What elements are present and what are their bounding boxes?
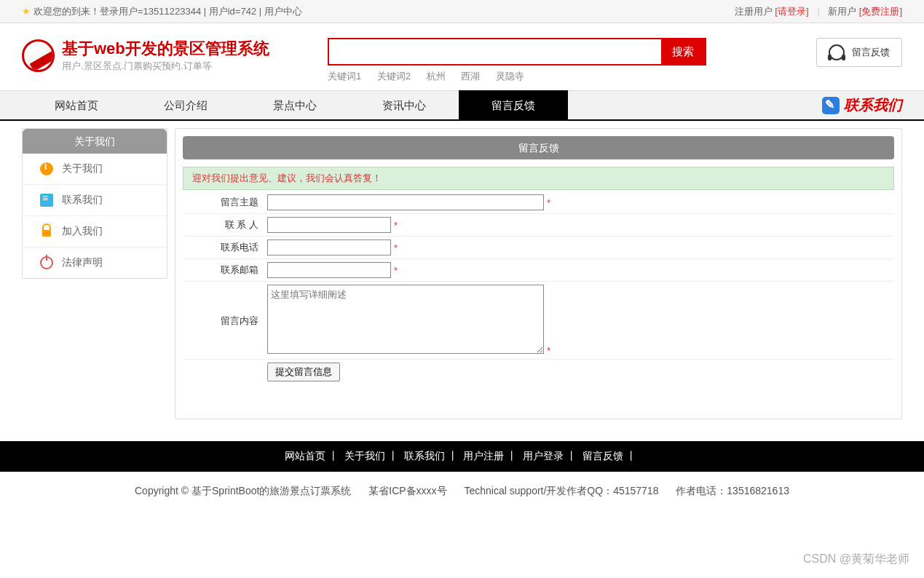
- header: 基于web开发的景区管理系统 用户.景区景点.门票购买预约.订单等 搜索 关键词…: [0, 23, 924, 90]
- info-icon: [40, 162, 53, 175]
- sidebar-item-contact[interactable]: 联系我们: [23, 185, 167, 216]
- footer-nav: 网站首页丨 关于我们丨 联系我们丨 用户注册丨 用户登录丨 留言反馈丨: [0, 441, 924, 472]
- footer-link-register[interactable]: 用户注册: [463, 450, 504, 462]
- sidebar-item-legal[interactable]: 法律声明: [23, 248, 167, 278]
- top-bar: ★欢迎您的到来！登录用户=13511223344 | 用户id=742 | 用户…: [0, 0, 924, 23]
- feedback-button-label: 留言反馈: [852, 46, 890, 59]
- nav-feedback[interactable]: 留言反馈: [459, 90, 568, 121]
- search-button[interactable]: 搜索: [661, 39, 705, 64]
- nav-news[interactable]: 资讯中心: [350, 90, 459, 121]
- feedback-button[interactable]: 留言反馈: [816, 38, 902, 67]
- lock-icon: [40, 225, 53, 238]
- register-link[interactable]: [免费注册]: [859, 6, 902, 17]
- footer-link-feedback[interactable]: 留言反馈: [583, 450, 623, 462]
- footer-link-login[interactable]: 用户登录: [523, 450, 564, 462]
- textarea-body[interactable]: [267, 285, 544, 354]
- support-text: Technical support/开发作者QQ：45157718: [465, 485, 659, 496]
- registered-user-label: 注册用户: [735, 6, 773, 17]
- label-phone: 联系电话: [183, 237, 263, 259]
- label-subject: 留言主题: [183, 191, 263, 214]
- pencil-icon: [822, 97, 840, 114]
- required-mark: *: [394, 265, 398, 276]
- sidebar-item-label: 联系我们: [62, 194, 103, 207]
- content-panel: 留言反馈 迎对我们提出意见、建议，我们会认真答复！ 留言主题 * 联 系 人 *…: [175, 128, 902, 419]
- input-email[interactable]: [267, 262, 391, 278]
- input-phone[interactable]: [267, 239, 391, 256]
- copyright: Copyright © 基于SprintBoot的旅游景点订票系统 某省ICP备…: [0, 472, 924, 542]
- submit-button[interactable]: 提交留言信息: [267, 363, 340, 381]
- content-title: 留言反馈: [183, 136, 894, 159]
- author-phone: 作者电话：13516821613: [676, 485, 789, 496]
- sidebar-item-label: 加入我们: [62, 225, 103, 238]
- nav-scenic[interactable]: 景点中心: [240, 90, 350, 121]
- logo-icon: [22, 39, 55, 72]
- icp-text: 某省ICP备xxxx号: [368, 485, 446, 496]
- required-mark: *: [394, 242, 398, 253]
- keyword-link[interactable]: 灵隐寺: [496, 71, 524, 82]
- nav-contact-label: 联系我们: [844, 95, 902, 115]
- main: 关于我们 关于我们 联系我们 加入我们 法律声明 留言反馈 迎对我们提出意见、建…: [0, 121, 924, 427]
- required-mark: *: [547, 197, 550, 208]
- sidebar-item-about[interactable]: 关于我们: [23, 154, 167, 185]
- required-mark: *: [547, 345, 550, 356]
- nav-bar: 网站首页 公司介绍 景点中心 资讯中心 留言反馈 联系我们: [0, 90, 924, 121]
- power-icon: [40, 256, 53, 269]
- keyword-link[interactable]: 杭州: [427, 71, 446, 82]
- sidebar-item-label: 法律声明: [62, 256, 103, 269]
- site-subtitle: 用户.景区景点.门票购买预约.订单等: [62, 60, 269, 73]
- sidebar-title: 关于我们: [23, 129, 167, 154]
- keyword-link[interactable]: 西湖: [461, 71, 480, 82]
- notice-banner: 迎对我们提出意见、建议，我们会认真答复！: [183, 167, 894, 190]
- login-link[interactable]: [请登录]: [775, 6, 808, 17]
- keyword-row: 关键词1 关键词2 杭州 西湖 灵隐寺: [328, 70, 706, 83]
- top-right-links: 注册用户 [请登录] | 新用户 [免费注册]: [735, 0, 902, 23]
- logo-block: 基于web开发的景区管理系统 用户.景区景点.门票购买预约.订单等: [22, 38, 328, 73]
- clipboard-icon: [40, 194, 53, 207]
- keyword-link[interactable]: 关键词2: [377, 71, 411, 82]
- footer-link-home[interactable]: 网站首页: [285, 450, 325, 462]
- search-input[interactable]: [329, 39, 661, 64]
- feedback-form: 留言主题 * 联 系 人 * 联系电话 * 联系邮箱 * 留言内容 * 提交留言…: [183, 191, 894, 384]
- nav-contact-us[interactable]: 联系我们: [822, 95, 902, 115]
- label-email: 联系邮箱: [183, 259, 263, 282]
- footer-link-about[interactable]: 关于我们: [344, 450, 385, 462]
- welcome-text: ★欢迎您的到来！登录用户=13511223344 | 用户id=742 | 用户…: [22, 0, 302, 23]
- site-title: 基于web开发的景区管理系统: [62, 38, 269, 60]
- sidebar-item-label: 关于我们: [62, 162, 103, 175]
- nav-home[interactable]: 网站首页: [22, 90, 131, 121]
- required-mark: *: [394, 220, 398, 231]
- keyword-link[interactable]: 关键词1: [328, 71, 361, 82]
- divider: |: [817, 6, 819, 17]
- label-body: 留言内容: [183, 282, 263, 360]
- label-contact: 联 系 人: [183, 214, 263, 237]
- headset-icon: [829, 44, 845, 60]
- sidebar-item-join[interactable]: 加入我们: [23, 216, 167, 248]
- new-user-label: 新用户: [828, 6, 856, 17]
- footer-link-contact[interactable]: 联系我们: [404, 450, 445, 462]
- sidebar: 关于我们 关于我们 联系我们 加入我们 法律声明: [22, 128, 167, 279]
- input-subject[interactable]: [267, 194, 544, 210]
- input-contact[interactable]: [267, 217, 391, 233]
- search-block: 搜索 关键词1 关键词2 杭州 西湖 灵隐寺: [328, 38, 706, 83]
- nav-company[interactable]: 公司介绍: [131, 90, 240, 121]
- copyright-text: Copyright © 基于SprintBoot的旅游景点订票系统: [135, 485, 351, 496]
- star-icon: ★: [22, 6, 31, 17]
